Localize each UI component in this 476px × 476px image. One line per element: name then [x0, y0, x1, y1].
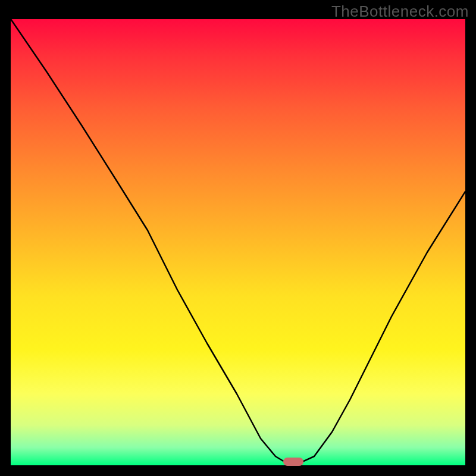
watermark-text: TheBottleneck.com	[331, 2, 469, 21]
curve-path	[11, 19, 465, 462]
curve-svg	[11, 19, 465, 465]
plot-area	[11, 19, 465, 465]
chart-frame: TheBottleneck.com	[0, 0, 476, 476]
marker-dot	[283, 458, 303, 466]
